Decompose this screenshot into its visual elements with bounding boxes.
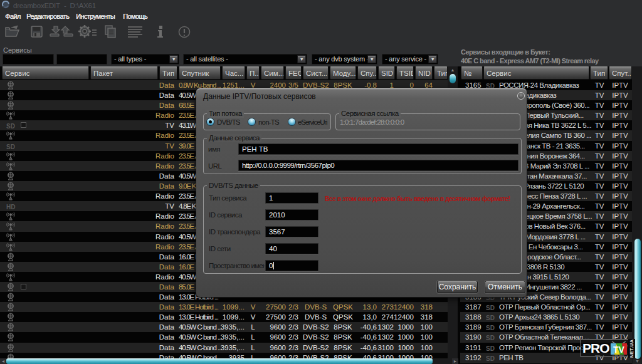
svg-text:TV: TV <box>613 345 625 355</box>
